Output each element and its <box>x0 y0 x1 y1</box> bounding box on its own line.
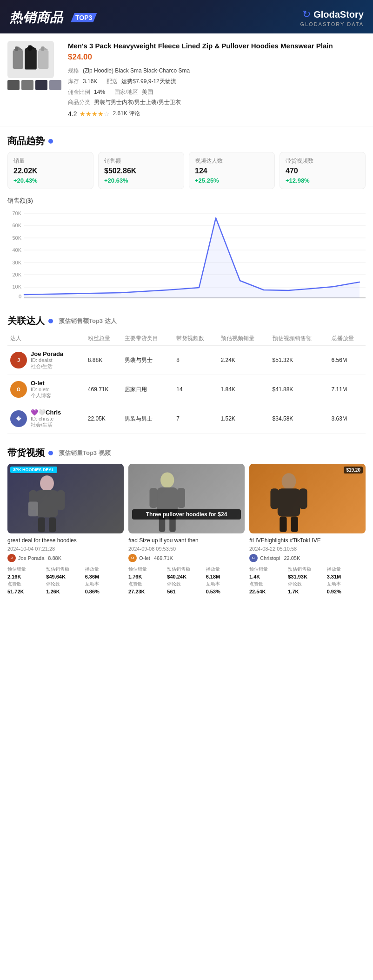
stars: ★★★★☆ <box>80 110 110 118</box>
stat-val-est-rev-0: $49.64K <box>46 574 85 579</box>
video-thumb-2[interactable]: $19.20 <box>249 464 366 533</box>
video-author-fans-0: 8.88K <box>47 555 61 561</box>
influencer-est-revenue-1: $41.88K <box>270 375 329 404</box>
trend-change-2: +25.25% <box>195 177 269 184</box>
influencer-total-views-0: 6.56M <box>329 346 366 375</box>
trend-card-0: 销量 22.02K +20.43% <box>7 152 93 189</box>
svg-rect-42 <box>28 501 38 516</box>
svg-text:70K: 70K <box>12 210 21 216</box>
influencer-cell-name-1: O O-let ID: oletc 个人博客 <box>7 375 85 404</box>
col-videos: 带货视频数 <box>173 332 218 346</box>
svg-text:10-01: 10-01 <box>18 301 30 302</box>
stat-label-est-sales-0: 预估销量 <box>7 566 46 572</box>
top3-badge: TOP3 <box>71 13 97 22</box>
product-meta: 规格 (Zip Hoodie) Black Sma Black-Charco S… <box>68 66 366 108</box>
influencer-row-1: O O-let ID: oletc 个人博客 469.71K 居家日用 14 1… <box>7 375 366 404</box>
influencer-videos-0: 8 <box>173 346 218 375</box>
trend-value-0: 22.02K <box>13 167 87 175</box>
video-title-2: #LIVEhighlights #TikTokLIVE <box>249 537 366 545</box>
stat-val-est-sales-1: 1.76K <box>128 574 167 579</box>
video-stats-0: 预估销量 预估销售额 播放量 2.16K $49.64K 6.36M 点赞数 评… <box>7 566 124 594</box>
thumb-4[interactable] <box>49 80 61 90</box>
influencer-dot <box>48 319 53 323</box>
influencer-fans-2: 22.05K <box>85 404 122 434</box>
trend-value-1: $502.86K <box>104 167 178 175</box>
trend-card-3: 带货视频数 470 +12.98% <box>280 152 366 189</box>
svg-rect-2 <box>15 46 18 51</box>
spec-value: (Zip Hoodie) Black Sma Black-Charco Sma <box>83 66 190 76</box>
video-grid: 3PK HOODIES DEAL great deal for these ho… <box>7 464 366 594</box>
stat-label-engage-2: 互动率 <box>327 581 366 587</box>
category-value: 男装与男士内衣/男士上装/男士卫衣 <box>94 97 181 108</box>
stat-label-est-sales-1: 预估销量 <box>128 566 167 572</box>
logo-icon: ↻ <box>302 8 311 20</box>
trend-change-0: +20.43% <box>13 177 87 184</box>
svg-rect-53 <box>280 517 286 532</box>
svg-rect-5 <box>28 46 32 51</box>
svg-text:10-17: 10-17 <box>210 301 222 302</box>
inventory-label: 库存 <box>68 76 79 87</box>
region-value: 美国 <box>142 87 153 98</box>
video-title-0: great deal for these hoodies <box>7 537 124 545</box>
stat-label-comments-0: 评论数 <box>46 581 85 587</box>
video-section-title: 带货视频 预估销量Top3 视频 <box>7 447 366 459</box>
thumb-3[interactable] <box>35 80 47 90</box>
video-badge-0: 3PK HOODIES DEAL <box>10 467 57 473</box>
svg-point-36 <box>40 475 54 491</box>
stat-label-est-sales-2: 预估销量 <box>249 566 288 572</box>
trend-dot <box>48 139 53 144</box>
video-card-1[interactable]: Three pullover hoodies for $24 #ad Size … <box>128 464 245 594</box>
stat-label-views-2: 播放量 <box>327 566 366 572</box>
svg-text:10-21: 10-21 <box>258 301 270 302</box>
product-info: Men's 3 Pack Heavyweight Fleece Lined Zi… <box>68 41 366 118</box>
influencer-section-title: 关联达人 预估销售额Top3 达人 <box>7 315 366 327</box>
video-thumb-0[interactable]: 3PK HOODIES DEAL <box>7 464 124 533</box>
influencer-name-2[interactable]: 💜🤍Chris <box>31 409 61 416</box>
stat-val-comments-0: 1.26K <box>46 589 85 594</box>
video-section: 3PK HOODIES DEAL great deal for these ho… <box>0 464 373 604</box>
product-name: Men's 3 Pack Heavyweight Fleece Lined Zi… <box>68 41 366 51</box>
influencer-row-0: J Joe Porada ID: dealst 社会/生活 8.88K 男装与男… <box>7 346 366 375</box>
trend-label-0: 销量 <box>13 157 87 165</box>
influencer-fans-1: 469.71K <box>85 375 122 404</box>
shipping-value: 运费$7.99,9-12天物流 <box>121 76 176 87</box>
svg-text:10-05: 10-05 <box>66 301 78 302</box>
thumb-2[interactable] <box>21 80 33 90</box>
influencer-est-revenue-2: $34.58K <box>270 404 329 434</box>
stat-val-likes-2: 22.54K <box>249 589 288 594</box>
influencer-name-1[interactable]: O-let <box>31 380 51 387</box>
influencer-avatar-2: � <box>10 410 27 427</box>
video-card-2[interactable]: $19.20 #LIVEhighlights #TikTokLIVE 2024-… <box>249 464 366 594</box>
influencer-table: 达人 粉丝总量 主要带货类目 带货视频数 预估视频销量 预估视频销售额 总播放量… <box>7 332 366 434</box>
stat-label-likes-2: 点赞数 <box>249 581 288 587</box>
col-est-revenue: 预估视频销售额 <box>270 332 329 346</box>
thumb-1[interactable] <box>7 80 20 90</box>
svg-text:40K: 40K <box>12 247 21 253</box>
stat-label-engage-1: 互动率 <box>206 581 245 587</box>
video-author-avatar-0: J <box>7 554 16 562</box>
logo: ↻ GlodaStory <box>302 8 364 20</box>
trend-section: 销量 22.02K +20.43% 销售额 $502.86K +20.63% 视… <box>0 152 373 306</box>
video-stats-2: 预估销量 预估销售额 播放量 1.4K $31.93K 3.31M 点赞数 评论… <box>249 566 366 594</box>
video-card-0[interactable]: 3PK HOODIES DEAL great deal for these ho… <box>7 464 124 594</box>
trend-value-2: 124 <box>195 167 269 175</box>
svg-text:10-13: 10-13 <box>162 301 174 302</box>
video-thumb-1[interactable]: Three pullover hoodies for $24 <box>128 464 245 533</box>
influencer-name-0[interactable]: Joe Porada <box>31 350 63 357</box>
trend-label-1: 销售额 <box>104 157 178 165</box>
svg-point-49 <box>282 473 296 489</box>
stat-val-likes-1: 27.23K <box>128 589 167 594</box>
video-date-0: 2024-10-04 07:21:28 <box>7 546 124 552</box>
logo-text: GlodaStory <box>313 9 364 20</box>
video-date-2: 2024-08-22 05:10:58 <box>249 546 366 552</box>
sales-chart: 70K 60K 50K 40K 30K 20K 10K 0 <box>7 209 366 302</box>
shipping-label: 配送 <box>107 76 118 87</box>
video-author-name-1: O-let <box>139 555 150 561</box>
svg-rect-52 <box>299 488 307 509</box>
main-product-image <box>7 41 54 78</box>
col-influencer: 达人 <box>7 332 85 346</box>
stat-val-est-rev-1: $40.24K <box>167 574 206 579</box>
stat-label-est-rev-0: 预估销售额 <box>46 566 85 572</box>
product-section: Men's 3 Pack Heavyweight Fleece Lined Zi… <box>0 33 373 126</box>
stat-val-likes-0: 51.72K <box>7 589 46 594</box>
